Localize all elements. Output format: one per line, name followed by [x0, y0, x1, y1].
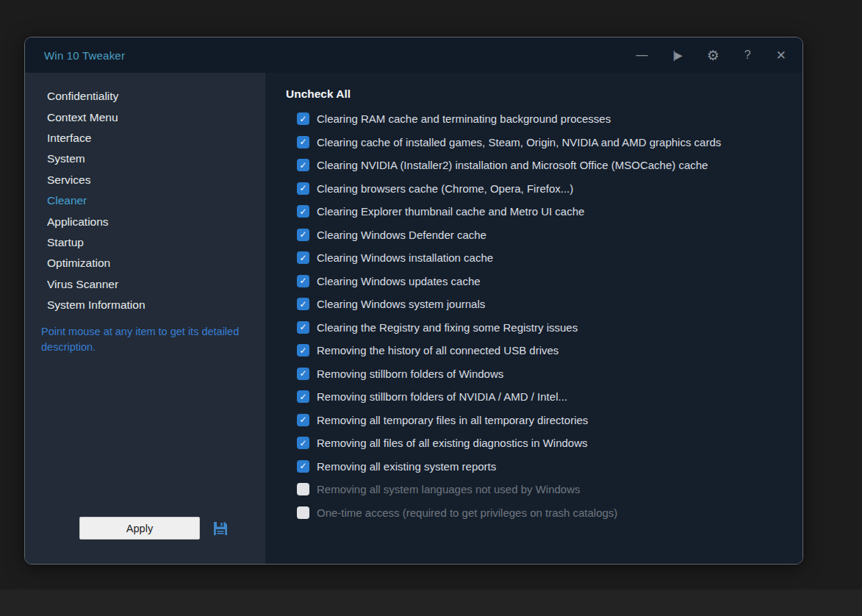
checklist-item-label: Removing all system languages not used b…: [317, 483, 581, 495]
checkbox-icon[interactable]: [297, 414, 309, 426]
checkbox-icon[interactable]: [297, 437, 309, 449]
checklist-item-label: Clearing RAM cache and terminating backg…: [317, 112, 611, 125]
sidebar-item[interactable]: Services: [25, 170, 265, 190]
help-button[interactable]: ?: [744, 49, 751, 61]
checklist-item[interactable]: One-time access (required to get privile…: [286, 501, 788, 525]
checklist-item[interactable]: Clearing Windows updates cache: [286, 270, 788, 293]
checkbox-icon[interactable]: [297, 182, 309, 195]
titlebar[interactable]: Win 10 Tweaker — |▶ ⚙ ? ✕: [25, 37, 802, 73]
checkbox-icon[interactable]: [297, 483, 309, 495]
checkbox-icon[interactable]: [297, 136, 309, 148]
checklist-item-label: Clearing Explorer thumbnail cache and Me…: [317, 205, 584, 218]
sidebar-item[interactable]: System Information: [25, 295, 265, 315]
checkbox-icon[interactable]: [297, 368, 309, 380]
checklist-item-label: One-time access (required to get privile…: [317, 506, 617, 519]
checklist-item-label: Removing stillborn folders of NVIDIA / A…: [317, 390, 567, 403]
sidebar-item[interactable]: Context Menu: [25, 107, 265, 127]
checklist-item[interactable]: Removing all existing system reports: [286, 455, 788, 479]
checklist-item-label: Clearing cache of installed games, Steam…: [317, 136, 721, 148]
checklist-item[interactable]: Clearing NVIDIA (Installer2) installatio…: [286, 154, 788, 177]
checkbox-icon[interactable]: [297, 229, 309, 241]
checkbox-icon[interactable]: [297, 159, 309, 171]
checkbox-icon[interactable]: [297, 251, 309, 264]
checklist-item[interactable]: Clearing the Registry and fixing some Re…: [286, 316, 788, 340]
checklist-item[interactable]: Clearing Explorer thumbnail cache and Me…: [286, 200, 788, 223]
checklist-item[interactable]: Removing all files of all existing diagn…: [286, 431, 788, 455]
checklist-item-label: Clearing Windows system journals: [317, 298, 485, 310]
checkbox-icon[interactable]: [297, 112, 309, 125]
checklist-item[interactable]: Clearing Windows installation cache: [286, 246, 788, 270]
sidebar: Confidentiality Context Menu Interface S…: [25, 73, 265, 564]
checkbox-icon[interactable]: [297, 460, 309, 473]
checklist-item-label: Clearing the Registry and fixing some Re…: [317, 321, 578, 334]
checkbox-icon[interactable]: [297, 205, 309, 218]
sidebar-item[interactable]: Cleaner: [25, 190, 265, 211]
checklist-item[interactable]: Clearing browsers cache (Chrome, Opera, …: [286, 177, 788, 201]
win10-tweaker-window: Win 10 Tweaker — |▶ ⚙ ? ✕ Confidentialit…: [24, 37, 803, 565]
checklist-item-label: Clearing NVIDIA (Installer2) installatio…: [317, 159, 708, 171]
checklist-item[interactable]: Removing all temporary files in all temp…: [286, 409, 788, 432]
checklist-item[interactable]: Clearing Windows Defender cache: [286, 223, 788, 247]
checklist-item-label: Clearing Windows installation cache: [317, 251, 493, 264]
window-body: Confidentiality Context Menu Interface S…: [25, 73, 802, 564]
save-icon[interactable]: [212, 520, 229, 537]
checkbox-icon[interactable]: [297, 275, 309, 287]
checklist-item-label: Removing stillborn folders of Windows: [317, 368, 503, 380]
sidebar-nav: Confidentiality Context Menu Interface S…: [25, 86, 265, 315]
sidebar-item[interactable]: Confidentiality: [25, 86, 265, 107]
window-controls: — |▶ ⚙ ? ✕: [636, 49, 786, 62]
sidebar-item[interactable]: Interface: [25, 128, 265, 148]
window-title: Win 10 Tweaker: [44, 49, 125, 62]
cleaner-panel: Uncheck All Clearing RAM cache and termi…: [265, 73, 802, 564]
checklist-item-label: Removing all files of all existing diagn…: [317, 437, 588, 449]
settings-gear-icon[interactable]: ⚙: [707, 49, 719, 62]
minimize-button[interactable]: —: [636, 49, 647, 61]
checkbox-icon[interactable]: [297, 298, 309, 310]
checklist-item-label: Removing the history of all connected US…: [317, 344, 558, 357]
apply-button[interactable]: Apply: [79, 517, 200, 540]
checklist-item[interactable]: Clearing RAM cache and terminating backg…: [286, 107, 788, 131]
sidebar-item[interactable]: Startup: [25, 232, 265, 253]
run-icon[interactable]: |▶: [672, 50, 681, 60]
sidebar-item[interactable]: Applications: [25, 211, 265, 232]
sidebar-item[interactable]: Optimization: [25, 253, 265, 273]
checklist-item-label: Clearing Windows Defender cache: [317, 229, 486, 241]
checklist-item[interactable]: Removing stillborn folders of NVIDIA / A…: [286, 385, 788, 409]
sidebar-item[interactable]: Virus Scanner: [25, 274, 265, 295]
cleaner-checklist: Clearing RAM cache and terminating backg…: [286, 107, 788, 524]
checklist-item[interactable]: Removing the history of all connected US…: [286, 339, 788, 362]
sidebar-item[interactable]: System: [25, 148, 265, 169]
checkbox-icon[interactable]: [297, 321, 309, 334]
uncheck-all-link[interactable]: Uncheck All: [286, 87, 788, 101]
checkbox-icon[interactable]: [297, 390, 309, 403]
apply-row: Apply: [25, 517, 265, 564]
checklist-item[interactable]: Removing stillborn folders of Windows: [286, 362, 788, 386]
checklist-item[interactable]: Removing all system languages not used b…: [286, 478, 788, 501]
checkbox-icon[interactable]: [297, 344, 309, 357]
checklist-item[interactable]: Clearing Windows system journals: [286, 293, 788, 316]
checklist-item-label: Removing all temporary files in all temp…: [317, 414, 588, 426]
checkbox-icon[interactable]: [297, 506, 309, 519]
checklist-item-label: Clearing browsers cache (Chrome, Opera, …: [317, 182, 573, 195]
background-strip: [0, 590, 862, 616]
checklist-item[interactable]: Clearing cache of installed games, Steam…: [286, 131, 788, 154]
checklist-item-label: Removing all existing system reports: [317, 460, 496, 473]
checklist-item-label: Clearing Windows updates cache: [317, 275, 481, 287]
sidebar-hint-text: Point mouse at any item to get its detai…: [41, 324, 246, 355]
close-button[interactable]: ✕: [776, 49, 786, 62]
